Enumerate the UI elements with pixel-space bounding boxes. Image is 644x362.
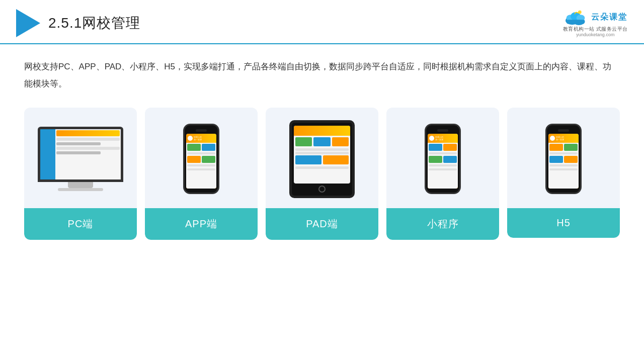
tablet-mini5 — [323, 155, 349, 164]
phone-line-h53 — [549, 168, 578, 170]
phone-mini-card-m3 — [429, 156, 442, 163]
phone-mini-card-h4 — [564, 156, 578, 163]
phone-title-app: 职通人的第一堂课 — [194, 136, 202, 141]
phone-screen-app: 职通人的第一堂课 — [186, 134, 216, 189]
phone-avatar-h5 — [550, 136, 555, 141]
phone-cards-mini1 — [429, 144, 457, 151]
tablet-line3 — [295, 166, 349, 169]
phone-top-bar-app: 职通人的第一堂课 — [186, 134, 216, 143]
logo-cloud-area: 云朵课堂 — [563, 10, 627, 26]
phone-title-h5: 职通人的第一堂课 — [556, 136, 564, 141]
desktop-base — [58, 188, 103, 191]
phone-line-h52 — [549, 164, 578, 166]
phone-mini-card-h3 — [549, 156, 563, 163]
phone-screen-mini: 职通人的第一堂课 — [428, 134, 458, 189]
device-desktop — [38, 127, 123, 191]
card-h5-label: H5 — [507, 208, 620, 238]
tablet-top-bar — [294, 126, 350, 136]
phone-line2 — [187, 164, 215, 166]
phone-cards-mini2 — [429, 156, 457, 163]
card-miniprogram: 职通人的第一堂课 — [386, 108, 499, 240]
card-app: 职通人的第一堂课 — [145, 108, 258, 240]
desktop-screen — [38, 127, 123, 182]
phone-avatar-app — [188, 136, 193, 141]
device-phone-mini: 职通人的第一堂课 — [425, 124, 461, 194]
phone-notch-app — [196, 129, 207, 132]
phone-mini-card-m1 — [429, 144, 442, 151]
page-title: 2.5.1网校管理 — [48, 14, 140, 33]
phone-mini-card-m2 — [443, 144, 457, 151]
phone-line3 — [187, 168, 215, 170]
desktop-sidebar — [40, 129, 55, 179]
tablet-mini4 — [295, 155, 321, 164]
svg-rect-5 — [567, 20, 585, 24]
card-miniprogram-image: 职通人的第一堂课 — [386, 108, 499, 208]
phone-line1 — [187, 152, 215, 154]
card-app-image: 职通人的第一堂课 — [145, 108, 258, 208]
card-pc-image — [24, 108, 137, 208]
logo-tagline: 教育机构一站 式服务云平台 — [563, 26, 628, 32]
tablet-mini1 — [295, 137, 312, 146]
header: 2.5.1网校管理 云朵课堂 教育机构一站 式服务云平台 yunduoketan… — [0, 0, 644, 44]
tablet-row-2 — [295, 155, 349, 164]
device-phone-app: 职通人的第一堂课 — [183, 124, 219, 194]
phone-content-h5 — [548, 143, 579, 189]
phone-title-mini: 职通人的第一堂课 — [435, 136, 443, 141]
phone-mini-card4 — [202, 156, 215, 163]
logo-text: 云朵课堂 — [591, 12, 627, 23]
phone-cards-h5-1 — [549, 144, 578, 151]
phone-mini-card3 — [187, 156, 201, 163]
phone-line-mini2 — [429, 164, 457, 166]
logo-url: yunduoketang.com — [576, 32, 614, 37]
main-content: 网校支持PC、APP、PAD、小程序、H5，实现多端打通，产品各终端自由切换，数… — [0, 44, 644, 252]
tablet-screen — [294, 126, 350, 184]
phone-cards2-app — [187, 156, 215, 163]
card-h5-image: 职通人的第一堂课 — [507, 108, 620, 208]
tablet-home-btn — [318, 186, 326, 193]
tablet-mini3 — [332, 137, 349, 146]
card-app-label: APP端 — [145, 208, 258, 240]
device-phone-h5: 职通人的第一堂课 — [545, 124, 582, 194]
phone-top-bar-h5: 职通人的第一堂课 — [548, 134, 579, 143]
phone-line-h51 — [549, 152, 578, 154]
phone-cards-h5-2 — [549, 156, 578, 163]
phone-mini-card2 — [202, 144, 215, 151]
phone-mini-card-m4 — [443, 156, 457, 163]
phone-notch-h5 — [558, 129, 569, 132]
phone-content-mini — [428, 143, 458, 189]
svg-point-6 — [578, 10, 582, 14]
card-pad: PAD端 — [266, 108, 378, 240]
phone-top-bar-mini: 职通人的第一堂课 — [428, 134, 458, 143]
tablet-row-1 — [295, 137, 349, 146]
desktop-row-1 — [56, 138, 120, 141]
brand-logo: 云朵课堂 教育机构一站 式服务云平台 yunduoketang.com — [563, 10, 628, 37]
phone-mini-card1 — [187, 144, 201, 151]
tablet-line1 — [295, 148, 349, 151]
cloud-icon — [563, 10, 588, 26]
device-cards-row: PC端 职通人的第一堂课 — [24, 108, 620, 240]
desktop-row-3 — [56, 147, 120, 150]
header-left: 2.5.1网校管理 — [16, 9, 140, 37]
card-miniprogram-label: 小程序 — [386, 208, 499, 240]
phone-screen-h5: 职通人的第一堂课 — [548, 134, 579, 189]
phone-mini-card-h1 — [549, 144, 563, 151]
desktop-screen-inner — [40, 129, 121, 179]
tablet-content — [294, 136, 350, 184]
play-icon — [16, 9, 40, 37]
phone-mini-card-h2 — [564, 144, 578, 151]
description-text: 网校支持PC、APP、PAD、小程序、H5，实现多端打通，产品各终端自由切换，数… — [24, 58, 620, 93]
desktop-header-bar — [56, 130, 120, 136]
card-pc: PC端 — [24, 108, 137, 240]
tablet-mini2 — [313, 137, 330, 146]
card-pad-image — [266, 108, 378, 208]
phone-line-mini3 — [429, 168, 457, 170]
tablet-line2 — [295, 152, 349, 154]
desktop-row-2 — [56, 142, 101, 145]
card-h5: 职通人的第一堂课 — [507, 108, 620, 238]
phone-cards-app — [187, 144, 215, 151]
card-pad-label: PAD端 — [266, 208, 378, 240]
desktop-content — [55, 129, 121, 179]
desktop-row-4 — [56, 151, 101, 154]
card-pc-label: PC端 — [24, 208, 137, 240]
phone-avatar-mini — [429, 136, 434, 141]
